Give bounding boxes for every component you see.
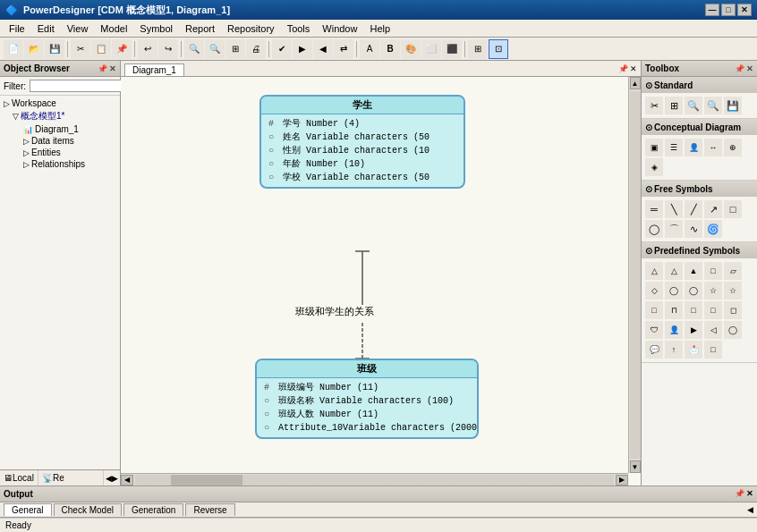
- menu-report[interactable]: Report: [180, 21, 220, 36]
- menu-help[interactable]: Help: [364, 21, 396, 36]
- toolbox-section-conceptual-header[interactable]: ⊙ Conceptual Diagram: [642, 119, 757, 135]
- pred-18[interactable]: ▶: [685, 321, 702, 339]
- output-scroll-left[interactable]: ◀: [747, 505, 753, 514]
- pred-19[interactable]: ◁: [704, 321, 722, 339]
- toolbar-align-left[interactable]: ⬜: [421, 39, 441, 59]
- toolbar-redo[interactable]: ↪: [158, 39, 178, 59]
- free-arrow-icon[interactable]: ↗: [704, 200, 722, 218]
- nav-right-icon[interactable]: ▶: [112, 474, 118, 483]
- toolbar-copy[interactable]: 📋: [91, 39, 111, 59]
- toolbox-close-icon[interactable]: ✕: [746, 64, 753, 73]
- menu-tools[interactable]: Tools: [282, 21, 316, 36]
- tb-zoom-in-icon[interactable]: 🔍: [685, 97, 702, 114]
- tree-workspace[interactable]: ▷ Workspace: [2, 97, 118, 109]
- free-spiral-icon[interactable]: 🌀: [704, 220, 722, 238]
- free-wave-icon[interactable]: ∿: [685, 220, 702, 238]
- concept-rel-icon[interactable]: ↔: [704, 139, 722, 156]
- concept-link-icon[interactable]: ◈: [645, 158, 663, 176]
- tb-zoom-out-icon[interactable]: 🔍: [704, 97, 722, 114]
- hscroll-thumb[interactable]: [171, 475, 242, 486]
- maximize-button[interactable]: □: [721, 4, 736, 16]
- menu-symbol[interactable]: Symbol: [134, 21, 178, 36]
- toolbox-pin-icon[interactable]: 📌: [735, 64, 744, 73]
- free-diag2-icon[interactable]: ╱: [685, 200, 702, 218]
- toolbar-active[interactable]: ⊡: [489, 39, 508, 59]
- output-pin-icon[interactable]: 📌: [735, 489, 744, 498]
- pred-2[interactable]: △: [665, 262, 683, 280]
- relationship-label[interactable]: 班级和学生的关系: [295, 305, 374, 318]
- free-rect-icon[interactable]: □: [724, 200, 742, 218]
- menu-repository[interactable]: Repository: [222, 21, 280, 36]
- tree-entities[interactable]: ▷ Entities: [2, 147, 118, 158]
- free-oval-icon[interactable]: ◯: [645, 220, 663, 238]
- tree-data-items[interactable]: ▷ Data items: [2, 135, 118, 147]
- toolbar-color[interactable]: 🎨: [401, 39, 421, 59]
- toolbar-compare[interactable]: ⇄: [334, 39, 353, 59]
- scroll-right-button[interactable]: ▶: [616, 475, 628, 486]
- pred-12[interactable]: ⊓: [665, 301, 683, 319]
- toolbar-print[interactable]: 🖨: [246, 39, 266, 59]
- horizontal-scrollbar[interactable]: ◀ ▶: [121, 473, 628, 486]
- free-arc-icon[interactable]: ⌒: [665, 220, 683, 238]
- pred-11[interactable]: □: [645, 301, 663, 319]
- ob-pin-icon[interactable]: 📌: [98, 64, 107, 73]
- toolbar-save[interactable]: 💾: [45, 39, 64, 59]
- diagram-tab[interactable]: Diagram_1: [124, 63, 184, 76]
- menu-window[interactable]: Window: [317, 21, 362, 36]
- menu-view[interactable]: View: [62, 21, 94, 36]
- concept-table-icon[interactable]: ☰: [665, 139, 683, 156]
- entity-class[interactable]: 班级 # 班级编号 Number (11) ○ 班级名称 Variable ch…: [255, 359, 479, 439]
- pred-16[interactable]: 🛡: [645, 321, 663, 339]
- ob-close-icon[interactable]: ✕: [109, 64, 116, 73]
- toolbar-layout[interactable]: ⊞: [468, 39, 488, 59]
- pred-14[interactable]: □: [704, 301, 722, 319]
- toolbar-fit[interactable]: ⊞: [225, 39, 245, 59]
- free-diag1-icon[interactable]: ╲: [665, 200, 683, 218]
- toolbar-align-right[interactable]: ⬛: [442, 39, 462, 59]
- toolbar-zoom-in[interactable]: 🔍: [184, 39, 204, 59]
- toolbar-undo[interactable]: ↩: [138, 39, 157, 59]
- toolbar-open[interactable]: 📂: [24, 39, 44, 59]
- tab-generation[interactable]: Generation: [123, 503, 183, 516]
- pred-6[interactable]: ◇: [645, 282, 663, 300]
- menu-model[interactable]: Model: [95, 21, 132, 36]
- scroll-up-button[interactable]: ▲: [630, 77, 641, 89]
- pred-3[interactable]: ▲: [685, 262, 702, 280]
- repo-tab[interactable]: 📡 Re: [38, 470, 68, 486]
- toolbox-section-standard-header[interactable]: ⊙ Standard: [642, 77, 757, 93]
- pred-13[interactable]: □: [685, 301, 702, 319]
- concept-assoc-icon[interactable]: ⊕: [724, 139, 742, 156]
- entity-student[interactable]: 学生 # 学号 Number (4) ○ 姓名 Variable charact…: [259, 95, 465, 189]
- pred-1[interactable]: △: [645, 262, 663, 280]
- tree-diagram[interactable]: 📊 Diagram_1: [2, 123, 118, 135]
- pred-8[interactable]: ◯: [685, 282, 702, 300]
- diagram-canvas[interactable]: 学生 # 学号 Number (4) ○ 姓名 Variable charact…: [121, 77, 641, 486]
- pred-20[interactable]: ◯: [724, 321, 742, 339]
- scroll-down-button[interactable]: ▼: [630, 460, 641, 473]
- toolbox-section-free-header[interactable]: ⊙ Free Symbols: [642, 181, 757, 197]
- tb-zoom-fit-icon[interactable]: ⊞: [665, 97, 683, 114]
- tree-relationships[interactable]: ▷ Relationships: [2, 158, 118, 170]
- pred-22[interactable]: ↑: [665, 341, 683, 359]
- pred-21[interactable]: 💬: [645, 341, 663, 359]
- pred-24[interactable]: □: [704, 341, 722, 359]
- pred-5[interactable]: ▱: [724, 262, 742, 280]
- diagram-pin-icon[interactable]: 📌: [618, 64, 628, 73]
- concept-entity-icon[interactable]: ▣: [645, 139, 663, 156]
- nav-left-icon[interactable]: ◀: [106, 474, 112, 483]
- toolbox-section-predefined-header[interactable]: ⊙ Predefined Symbols: [642, 242, 757, 258]
- toolbar-font[interactable]: A: [360, 39, 379, 59]
- toolbar-new[interactable]: 📄: [4, 39, 23, 59]
- tab-check-model[interactable]: Check Model: [54, 503, 122, 516]
- pred-23[interactable]: 📩: [685, 341, 702, 359]
- diagram-close-icon[interactable]: ✕: [630, 64, 637, 73]
- tab-reverse[interactable]: Reverse: [185, 503, 234, 516]
- pred-9[interactable]: ☆: [704, 282, 722, 300]
- toolbar-check[interactable]: ✔: [272, 39, 292, 59]
- menu-edit[interactable]: Edit: [32, 21, 60, 36]
- toolbar-paste[interactable]: 📌: [112, 39, 132, 59]
- toolbar-zoom-out[interactable]: 🔍: [205, 39, 225, 59]
- pred-4[interactable]: □: [704, 262, 722, 280]
- scroll-left-button[interactable]: ◀: [121, 475, 133, 486]
- concept-inherit-icon[interactable]: 👤: [685, 139, 702, 156]
